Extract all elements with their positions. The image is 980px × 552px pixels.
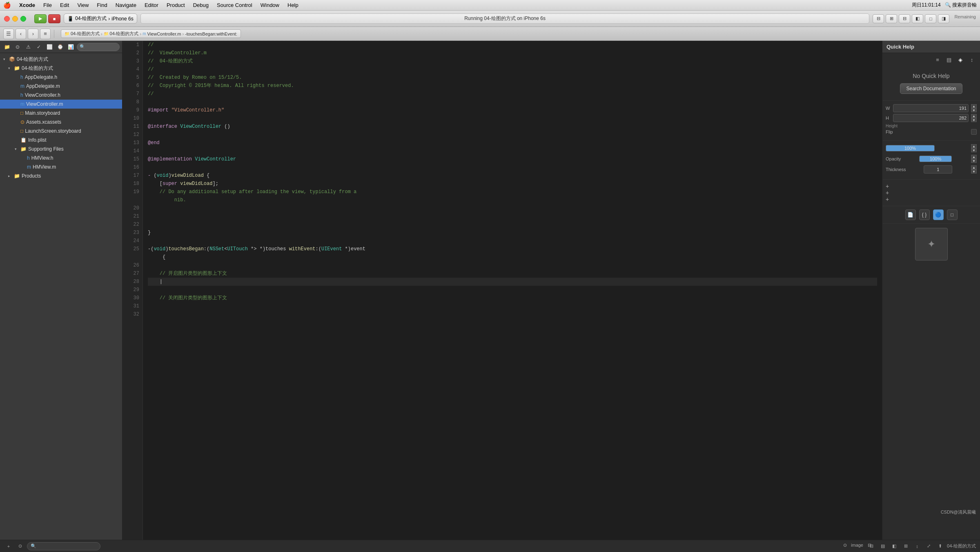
breadcrumb-item-3[interactable]: ViewController.m	[147, 31, 181, 36]
menu-file[interactable]: File	[42, 2, 53, 8]
editor-standard-btn[interactable]: ⊟	[873, 14, 884, 23]
sidebar-item-hmview-h[interactable]: h HMView.h	[0, 154, 122, 162]
search-documentation-button[interactable]: Search Documentation	[900, 83, 962, 94]
layout-left-btn[interactable]: ◧	[912, 14, 923, 23]
bottom-share-btn[interactable]: ⬆	[935, 542, 944, 551]
code-line-cursor[interactable]: |	[148, 278, 877, 286]
pct-stepper-up-2[interactable]: ▲	[971, 155, 977, 159]
apple-menu[interactable]: 🍎	[3, 2, 11, 9]
sidebar-item-main-storyboard[interactable]: □ Main.storyboard	[0, 109, 122, 118]
sidebar-item-products[interactable]: ▸ 📁 Products	[0, 171, 122, 180]
breadcrumb-item-1[interactable]: 04-绘图的方式	[71, 31, 100, 37]
bottom-filter-input[interactable]: 🔍	[27, 542, 100, 550]
breadcrumb-item-4[interactable]: -touchesBegan:withEvent:	[185, 31, 237, 36]
ri-circle-btn[interactable]: 🔵	[933, 209, 944, 220]
bottom-layout-3[interactable]: ◧	[890, 542, 899, 551]
minimize-button[interactable]	[12, 16, 18, 22]
bottom-add-btn[interactable]: +	[4, 542, 13, 551]
run-button[interactable]: ▶	[34, 14, 47, 23]
height-stepper-up[interactable]: ▲	[971, 114, 977, 118]
sidebar-item-project[interactable]: ▾ 📁 04-绘图的方式	[0, 64, 122, 73]
sidebar-test-btn[interactable]: ✓	[34, 42, 43, 51]
menu-window[interactable]: Window	[259, 2, 281, 8]
sidebar-git-btn[interactable]: ⊙	[13, 42, 22, 51]
menu-product[interactable]: Product	[165, 2, 187, 8]
sidebar-item-launch-storyboard[interactable]: □ LaunchScreen.storyboard	[0, 127, 122, 136]
percentage-bar-1[interactable]: 100%	[886, 145, 935, 151]
percentage-bar-2[interactable]: 100%	[919, 156, 952, 162]
layout-right-btn[interactable]: ◨	[938, 14, 949, 23]
ri-square-btn[interactable]: □	[947, 209, 958, 220]
sidebar-warning-btn[interactable]: ⚠	[24, 42, 33, 51]
menu-debug[interactable]: Debug	[192, 2, 210, 8]
code-line	[148, 220, 877, 229]
right-panel-icon-4[interactable]: ↕	[967, 55, 977, 65]
hierarchy-btn[interactable]: ≡	[40, 29, 51, 39]
bottom-layout-6[interactable]: ⤢	[924, 542, 933, 551]
pct-stepper-up-1[interactable]: ▲	[971, 144, 977, 148]
scheme-selector[interactable]: 📱 04-绘图的方式 › iPhone 6s	[64, 13, 137, 24]
menu-edit[interactable]: Edit	[58, 2, 71, 8]
nav-forward-btn[interactable]: ›	[28, 29, 38, 39]
width-stepper-down[interactable]: ▼	[971, 108, 977, 112]
breadcrumb-item-2[interactable]: 04-绘图的方式	[110, 31, 139, 37]
flip-checkbox[interactable]	[971, 129, 977, 135]
sidebar-item-viewcontroller-h[interactable]: h ViewController.h	[0, 91, 122, 100]
sidebar-history-btn[interactable]: ⌚	[56, 42, 65, 51]
thickness-stepper-down[interactable]: ▼	[971, 169, 977, 174]
bottom-circle-btn[interactable]: ⊙	[16, 542, 24, 551]
height-input[interactable]	[893, 114, 969, 122]
right-panel-icon-1[interactable]: ≡	[933, 55, 942, 65]
width-stepper-up[interactable]: ▲	[971, 104, 977, 108]
editor-version-btn[interactable]: ⊟	[899, 14, 910, 23]
ri-code-btn[interactable]: { }	[919, 209, 930, 220]
sidebar-filter[interactable]: 🔍	[77, 43, 120, 51]
editor-assistant-btn[interactable]: ⊞	[886, 14, 897, 23]
stop-button[interactable]: ■	[48, 14, 60, 23]
thickness-input[interactable]	[924, 165, 952, 174]
width-input[interactable]	[893, 104, 969, 112]
code-content[interactable]: //// ViewController.m// 04-绘图的方式//// Cre…	[143, 41, 882, 540]
ri-doc-btn[interactable]: 📄	[905, 209, 916, 220]
bottom-layout-2[interactable]: ▤	[878, 542, 887, 551]
menu-editor[interactable]: Editor	[143, 2, 160, 8]
sidebar-item-supporting-files[interactable]: ▾ 📁 Supporting Files	[0, 145, 122, 154]
breadcrumb[interactable]: 📁 04-绘图的方式 › 📁 04-绘图的方式 › m ViewControll…	[61, 29, 241, 38]
thickness-stepper-up[interactable]: ▲	[971, 165, 977, 169]
pct-stepper-down-2[interactable]: ▼	[971, 159, 977, 163]
right-panel-icon-2[interactable]: ▤	[944, 55, 954, 65]
sidebar-toggle-btn[interactable]: ☰	[3, 29, 14, 39]
plus-icon-1[interactable]: +	[886, 183, 889, 189]
menu-help[interactable]: Help	[286, 2, 300, 8]
sidebar-debug-btn[interactable]: ⬜	[45, 42, 54, 51]
menu-find[interactable]: Find	[95, 2, 109, 8]
sidebar-item-appdelegate-m[interactable]: m AppDelegate.m	[0, 82, 122, 91]
close-button[interactable]	[4, 16, 10, 22]
sidebar-item-root-project[interactable]: ▾ 📦 04-绘图的方式	[0, 55, 122, 64]
layout-center-btn[interactable]: □	[925, 14, 936, 23]
sidebar-item-viewcontroller-m[interactable]: m ViewController.m	[0, 100, 122, 109]
sidebar-folder-btn[interactable]: 📁	[2, 42, 11, 51]
right-panel-icon-3[interactable]: ◈	[956, 55, 965, 65]
menu-xcode[interactable]: Xcode	[18, 2, 37, 8]
menu-view[interactable]: View	[76, 2, 90, 8]
sidebar-item-assets[interactable]: ⊙ Assets.xcassets	[0, 118, 122, 127]
sidebar-report-btn[interactable]: 📊	[66, 42, 75, 51]
bottom-right-btn[interactable]: ⊟	[865, 541, 874, 550]
sidebar-item-hmview-m[interactable]: m HMView.m	[0, 162, 122, 171]
code-editor[interactable]: 1 2 3 4 5 6 7 8 9 10 11 12 13 14 15 16 1	[122, 41, 882, 540]
menu-source-control[interactable]: Source Control	[215, 2, 254, 8]
height-stepper-down[interactable]: ▼	[971, 118, 977, 122]
menubar-search[interactable]: 🔍 搜索拼音輸	[945, 2, 977, 9]
nav-back-btn[interactable]: ‹	[16, 29, 26, 39]
menu-navigate[interactable]: Navigate	[114, 2, 138, 8]
pct-stepper-down-1[interactable]: ▼	[971, 148, 977, 152]
sidebar-item-info-plist[interactable]: 📋 Info.plist	[0, 136, 122, 145]
plus-icon-2[interactable]: +	[886, 189, 889, 196]
maximize-button[interactable]	[20, 16, 26, 22]
bottom-layout-4[interactable]: ⊞	[901, 542, 910, 551]
sidebar-item-appdelegate-h[interactable]: h AppDelegate.h	[0, 73, 122, 82]
bottom-layout-5[interactable]: ↕	[913, 542, 922, 551]
bottom-image-btn[interactable]: ⊙	[840, 541, 849, 550]
plus-icon-3[interactable]: +	[886, 196, 889, 203]
